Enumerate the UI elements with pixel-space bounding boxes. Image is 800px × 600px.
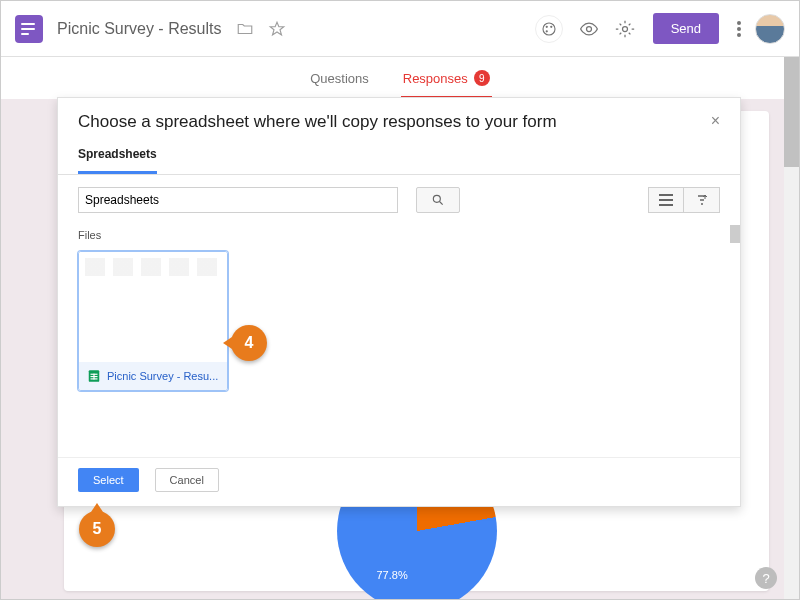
tab-responses[interactable]: Responses 9	[401, 60, 492, 99]
more-menu-icon[interactable]	[737, 21, 741, 37]
forms-logo	[15, 15, 43, 43]
preview-icon[interactable]	[579, 19, 599, 39]
palette-icon[interactable]	[535, 15, 563, 43]
page-scrollbar[interactable]	[784, 57, 799, 599]
files-scrollbar[interactable]	[730, 225, 740, 243]
list-view-button[interactable]	[648, 187, 684, 213]
svg-point-4	[586, 26, 591, 31]
list-icon	[659, 194, 673, 206]
help-icon[interactable]: ?	[755, 567, 777, 589]
pie-chart-primary-label: 77.8%	[377, 569, 408, 581]
svg-point-6	[433, 195, 440, 202]
tab-questions[interactable]: Questions	[308, 61, 371, 96]
close-icon[interactable]: ×	[711, 112, 720, 130]
svg-point-0	[543, 23, 555, 35]
search-input[interactable]	[78, 187, 398, 213]
move-to-folder-icon[interactable]	[236, 20, 254, 38]
svg-point-1	[545, 25, 547, 27]
tab-responses-label: Responses	[403, 71, 468, 86]
modal-title: Choose a spreadsheet where we'll copy re…	[78, 112, 557, 132]
select-button[interactable]: Select	[78, 468, 139, 492]
search-button[interactable]	[416, 187, 460, 213]
cancel-button[interactable]: Cancel	[155, 468, 219, 492]
send-button[interactable]: Send	[653, 13, 719, 44]
settings-icon[interactable]	[615, 19, 635, 39]
file-thumbnail	[79, 252, 227, 362]
files-section-label: Files	[78, 229, 720, 241]
document-title[interactable]: Picnic Survey - Results	[57, 20, 222, 38]
sort-button[interactable]	[684, 187, 720, 213]
sheets-icon	[87, 369, 101, 383]
svg-rect-11	[93, 374, 94, 380]
file-item[interactable]: Picnic Survey - Resu...	[78, 251, 228, 391]
form-tabs: Questions Responses 9	[1, 57, 799, 99]
annotation-callout-5: 5	[79, 511, 115, 547]
svg-point-3	[545, 30, 547, 32]
sort-icon	[695, 193, 709, 207]
annotation-callout-4: 4	[231, 325, 267, 361]
star-icon[interactable]	[268, 20, 286, 38]
svg-point-2	[550, 25, 552, 27]
svg-point-5	[622, 26, 627, 31]
search-icon	[431, 193, 445, 207]
responses-count-badge: 9	[474, 70, 490, 86]
account-avatar[interactable]	[755, 14, 785, 44]
file-name-label: Picnic Survey - Resu...	[107, 370, 218, 382]
file-picker-modal: Choose a spreadsheet where we'll copy re…	[57, 97, 741, 507]
app-header: Picnic Survey - Results Send	[1, 1, 799, 57]
modal-tab-spreadsheets[interactable]: Spreadsheets	[78, 147, 157, 174]
